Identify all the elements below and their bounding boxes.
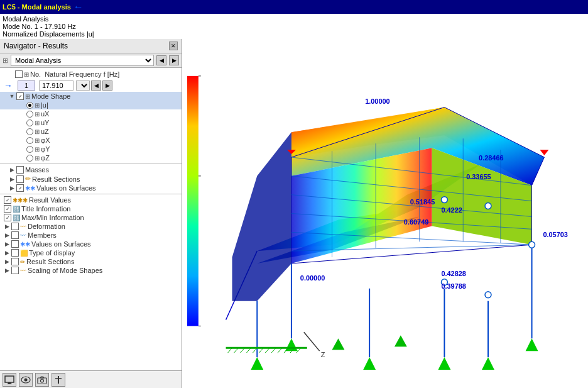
toolbar-screen-btn[interactable]	[3, 373, 16, 387]
mode-number[interactable]: 1	[18, 80, 35, 91]
result-sections-icon: ✏	[25, 175, 31, 183]
values-surfaces-checkbox[interactable]	[16, 184, 24, 192]
masses-label: Masses	[25, 166, 49, 174]
ux-row[interactable]: ⊞ uX	[0, 109, 182, 118]
result-sections-row[interactable]: ▶ ✏ Result Sections	[0, 174, 182, 184]
svg-text:0.28466: 0.28466	[479, 154, 503, 162]
values-surfaces-row[interactable]: ▶ ✱✱ Values on Surfaces	[0, 184, 182, 192]
uy-row[interactable]: ⊞ uY	[0, 118, 182, 127]
uy-radio[interactable]	[26, 119, 33, 126]
abs-u-label: |u|	[41, 101, 48, 109]
phiz-label: φZ	[41, 154, 50, 162]
members-row[interactable]: ▶ 〰 Members	[0, 231, 182, 240]
phix-row[interactable]: ⊞ φX	[0, 136, 182, 145]
nav-prev-button[interactable]: ◀	[156, 55, 166, 65]
result-sections-label: Result Sections	[32, 175, 80, 183]
result-sections-display-expand: ▶	[4, 258, 10, 265]
svg-text:0.4222: 0.4222	[441, 206, 462, 214]
freq-dropdown[interactable]	[76, 80, 90, 91]
phix-label: φX	[41, 136, 50, 144]
phiz-radio[interactable]	[26, 155, 33, 162]
freq-header-checkbox[interactable]	[15, 70, 23, 78]
masses-checkbox[interactable]	[16, 166, 24, 174]
ux-icon: ⊞	[35, 111, 40, 118]
phix-radio[interactable]	[26, 137, 33, 144]
mode-next-btn[interactable]: ▶	[102, 80, 112, 91]
phiz-icon: ⊞	[35, 155, 40, 162]
eye-icon	[21, 376, 31, 384]
type-display-row[interactable]: ▶ 🟨 Type of display	[0, 248, 182, 257]
modal-analysis-select[interactable]: Modal Analysis	[11, 55, 154, 66]
title-text: LC5 - Modal analysis	[3, 3, 71, 11]
ux-label: uX	[41, 110, 49, 118]
mode-prev-btn[interactable]: ◀	[91, 80, 101, 91]
abs-u-radio[interactable]	[26, 102, 33, 109]
blue-arrow-icon: →	[4, 80, 13, 91]
scaling-row[interactable]: ▶ 〰 Scaling of Mode Shapes	[0, 266, 182, 275]
result-sections-display-label: Result Sections	[26, 258, 74, 265]
type-display-checkbox[interactable]	[11, 249, 19, 257]
left-panel: Navigator - Results ✕ ⊞ Modal Analysis ◀…	[0, 39, 182, 388]
freq-value[interactable]: 17.910	[39, 80, 74, 91]
result-values-checkbox[interactable]	[4, 196, 11, 204]
svg-marker-7	[40, 377, 44, 378]
values-surfaces-display-checkbox[interactable]	[11, 240, 19, 248]
toolbar-camera-btn[interactable]	[35, 373, 49, 387]
svg-point-4	[24, 378, 28, 381]
svg-text:0.00000: 0.00000	[300, 274, 325, 282]
tree-area: ⊞ No. Natural Frequency f [Hz] → 1 17.91…	[0, 68, 182, 370]
toolbar-pin-btn[interactable]	[52, 373, 65, 387]
scaling-expand: ▶	[4, 267, 10, 274]
result-sections-expand-icon: ▶	[9, 176, 15, 182]
svg-point-55	[485, 292, 491, 298]
scaling-label: Scaling of Mode Shapes	[28, 267, 102, 274]
result-sections-display-checkbox[interactable]	[11, 258, 19, 265]
scaling-checkbox[interactable]	[11, 267, 19, 274]
modal-analysis-bar: ⊞ Modal Analysis ◀ ▶	[0, 53, 182, 68]
svg-point-6	[41, 379, 44, 382]
svg-rect-0	[5, 376, 14, 382]
svg-rect-5	[38, 378, 46, 384]
result-sections-display-row[interactable]: ▶ ✏ Result Sections	[0, 257, 182, 266]
masses-row[interactable]: ▶ Masses	[0, 165, 182, 174]
screen-icon	[4, 375, 14, 384]
deformation-row[interactable]: ▶ 〰 Deformation	[0, 222, 182, 231]
title-info-checkbox[interactable]	[4, 205, 11, 213]
navigator-close-button[interactable]: ✕	[169, 42, 178, 50]
maxmin-info-row[interactable]: 🔠 Max/Min Information	[0, 213, 182, 222]
mode-shape-row[interactable]: ▼ ⊞ Mode Shape	[0, 92, 182, 101]
abs-u-row[interactable]: ⊞ |u|	[0, 101, 182, 109]
phiz-row[interactable]: ⊞ φZ	[0, 153, 182, 162]
mode-shape-checkbox[interactable]	[16, 92, 24, 100]
toolbar-eye-btn[interactable]	[19, 373, 33, 387]
view-panel: 1.00000 0.00000 0.28466 0.33655 0.51845 …	[182, 39, 588, 388]
phiy-row[interactable]: ⊞ φY	[0, 145, 182, 153]
uy-icon: ⊞	[35, 119, 40, 126]
maxmin-info-checkbox[interactable]	[4, 214, 11, 221]
uz-radio[interactable]	[26, 128, 33, 135]
ux-radio[interactable]	[26, 111, 33, 118]
members-checkbox[interactable]	[11, 231, 19, 239]
svg-point-52	[441, 197, 447, 203]
values-surfaces-display-row[interactable]: ▶ ✱✱ Values on Surfaces	[0, 240, 182, 248]
result-values-label: Result Values	[29, 196, 71, 204]
result-values-display-row[interactable]: ✱✱✱ Result Values	[0, 196, 182, 204]
uz-row[interactable]: ⊞ uZ	[0, 127, 182, 136]
mode-shape-expand-icon: ▼	[9, 93, 15, 99]
deformation-icon: 〰	[20, 223, 26, 230]
values-surfaces-display-label: Values on Surfaces	[31, 240, 91, 248]
bottom-toolbar	[0, 370, 182, 388]
uy-label: uY	[41, 119, 49, 126]
values-surfaces-expand-icon: ▶	[9, 185, 15, 191]
deformation-checkbox[interactable]	[11, 223, 19, 230]
maxmin-info-label: Max/Min Information	[21, 214, 84, 221]
table-icon: ⊞	[24, 71, 29, 78]
result-sections-checkbox[interactable]	[16, 175, 24, 183]
type-display-icon: 🟨	[20, 250, 28, 257]
phiy-radio[interactable]	[26, 146, 33, 153]
info-line1: Modal Analysis	[3, 15, 585, 23]
title-info-row[interactable]: 🔠 Title Information	[0, 204, 182, 213]
nav-next-button[interactable]: ▶	[169, 55, 179, 65]
svg-point-56	[529, 241, 535, 248]
type-display-expand: ▶	[4, 250, 10, 256]
